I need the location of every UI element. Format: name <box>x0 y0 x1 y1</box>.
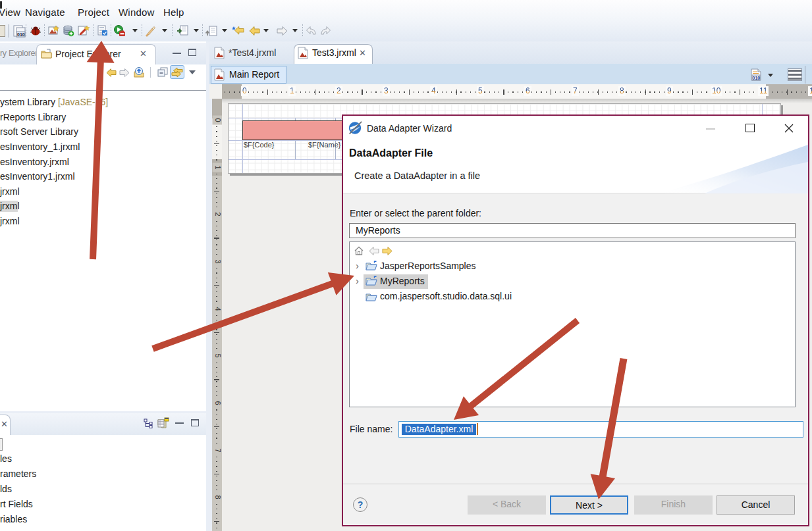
svg-text:010: 010 <box>753 76 761 80</box>
svg-text:010: 010 <box>17 32 25 37</box>
